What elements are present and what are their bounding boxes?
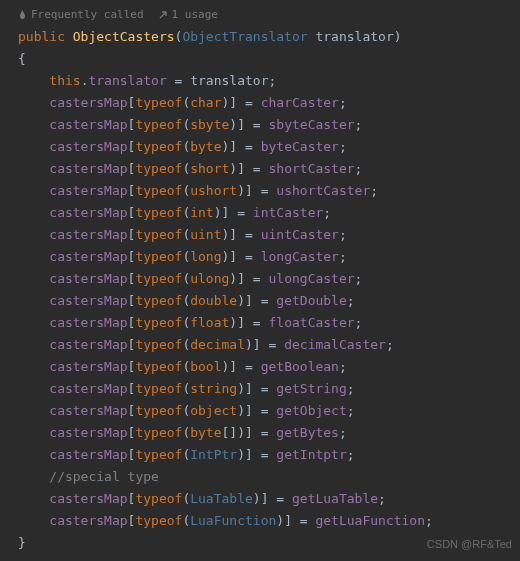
this-keyword: this: [49, 73, 80, 88]
paren-close: ): [394, 29, 402, 44]
map-field: castersMap: [49, 183, 127, 198]
type-token: double: [190, 293, 237, 308]
typeof-keyword: typeof: [135, 447, 182, 462]
type-token: IntPtr: [190, 447, 237, 462]
caster-ref: ushortCaster: [276, 183, 370, 198]
caster-ref: charCaster: [261, 95, 339, 110]
typeof-keyword: typeof: [135, 205, 182, 220]
typeof-keyword: typeof: [135, 425, 182, 440]
caster-ref: getLuaFunction: [315, 513, 425, 528]
watermark: CSDN @RF&Ted: [427, 533, 512, 555]
typeof-keyword: typeof: [135, 95, 182, 110]
caster-ref: longCaster: [261, 249, 339, 264]
map-field: castersMap: [49, 293, 127, 308]
field-ref: translator: [88, 73, 166, 88]
typeof-keyword: typeof: [135, 117, 182, 132]
type-token: LuaTable: [190, 491, 253, 506]
constructor-name: ObjectCasters: [73, 29, 175, 44]
typeof-keyword: typeof: [135, 139, 182, 154]
type-token: float: [190, 315, 229, 330]
caster-ref: getDouble: [276, 293, 346, 308]
map-field: castersMap: [49, 491, 127, 506]
typeof-keyword: typeof: [135, 513, 182, 528]
typeof-keyword: typeof: [135, 249, 182, 264]
map-field: castersMap: [49, 403, 127, 418]
map-field: castersMap: [49, 513, 127, 528]
frequently-called-hint: Frequently called: [18, 4, 144, 26]
caster-ref: sbyteCaster: [269, 117, 355, 132]
rhs: translator: [190, 73, 268, 88]
map-field: castersMap: [49, 447, 127, 462]
type-token: uint: [190, 227, 221, 242]
caster-ref: getLuaTable: [292, 491, 378, 506]
param-type: ObjectTranslator: [182, 29, 307, 44]
map-field: castersMap: [49, 337, 127, 352]
map-field: castersMap: [49, 381, 127, 396]
param-name: translator: [315, 29, 393, 44]
frequently-called-label: Frequently called: [31, 4, 144, 26]
typeof-keyword: typeof: [135, 183, 182, 198]
caster-ref: floatCaster: [269, 315, 355, 330]
typeof-keyword: typeof: [135, 293, 182, 308]
caster-ref: getBoolean: [261, 359, 339, 374]
flame-icon: [18, 10, 27, 21]
comment: //special type: [49, 469, 159, 484]
caster-ref: getBytes: [276, 425, 339, 440]
access-modifier: public: [18, 29, 65, 44]
caster-ref: ulongCaster: [269, 271, 355, 286]
type-token: byte: [190, 139, 221, 154]
type-token: object: [190, 403, 237, 418]
typeof-keyword: typeof: [135, 315, 182, 330]
map-field: castersMap: [49, 271, 127, 286]
caster-ref: uintCaster: [261, 227, 339, 242]
map-field: castersMap: [49, 139, 127, 154]
caster-ref: byteCaster: [261, 139, 339, 154]
type-token: long: [190, 249, 221, 264]
caster-ref: shortCaster: [269, 161, 355, 176]
type-token: ushort: [190, 183, 237, 198]
typeof-keyword: typeof: [135, 337, 182, 352]
type-token: string: [190, 381, 237, 396]
typeof-keyword: typeof: [135, 227, 182, 242]
code-block[interactable]: public ObjectCasters(ObjectTranslator tr…: [0, 26, 520, 561]
type-token: int: [190, 205, 213, 220]
hints-header: Frequently called 1 usage: [0, 0, 520, 26]
type-token: short: [190, 161, 229, 176]
caster-ref: intCaster: [253, 205, 323, 220]
type-token: ulong: [190, 271, 229, 286]
usage-label: 1 usage: [172, 4, 218, 26]
typeof-keyword: typeof: [135, 271, 182, 286]
type-token: sbyte: [190, 117, 229, 132]
type-token: byte: [190, 425, 221, 440]
usage-arrow-icon: [158, 10, 168, 20]
usage-hint[interactable]: 1 usage: [158, 4, 218, 26]
brace-open: {: [18, 51, 26, 66]
map-field: castersMap: [49, 95, 127, 110]
typeof-keyword: typeof: [135, 359, 182, 374]
caster-ref: getObject: [276, 403, 346, 418]
map-field: castersMap: [49, 425, 127, 440]
type-token: bool: [190, 359, 221, 374]
caster-ref: decimalCaster: [284, 337, 386, 352]
map-field: castersMap: [49, 249, 127, 264]
brace-close: }: [18, 535, 26, 550]
typeof-keyword: typeof: [135, 491, 182, 506]
map-field: castersMap: [49, 161, 127, 176]
caster-ref: getIntptr: [276, 447, 346, 462]
map-field: castersMap: [49, 117, 127, 132]
type-token: decimal: [190, 337, 245, 352]
caster-ref: getString: [276, 381, 346, 396]
typeof-keyword: typeof: [135, 403, 182, 418]
map-field: castersMap: [49, 205, 127, 220]
type-token: char: [190, 95, 221, 110]
typeof-keyword: typeof: [135, 381, 182, 396]
type-token: LuaFunction: [190, 513, 276, 528]
typeof-keyword: typeof: [135, 161, 182, 176]
map-field: castersMap: [49, 315, 127, 330]
map-field: castersMap: [49, 359, 127, 374]
map-field: castersMap: [49, 227, 127, 242]
